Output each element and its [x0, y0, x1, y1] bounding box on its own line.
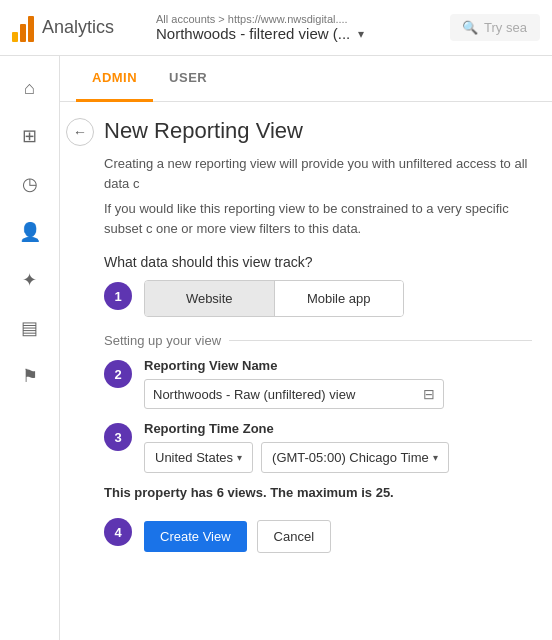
back-button[interactable]: ←: [66, 118, 94, 146]
search-placeholder: Try sea: [484, 20, 527, 35]
step-1-row: 1 Website Mobile app: [104, 280, 532, 317]
sidebar-item-reports[interactable]: ◷: [10, 164, 50, 204]
step-3-circle: 3: [104, 423, 132, 451]
search-icon: 🔍: [462, 20, 478, 35]
timezone-selects: United States ▾ (GMT-05:00) Chicago Time…: [144, 442, 532, 473]
form-area: New Reporting View Creating a new report…: [100, 102, 552, 640]
analytics-logo: [12, 14, 34, 42]
step-4-row: 4 Create View Cancel: [104, 516, 532, 553]
view-name-input[interactable]: [153, 387, 423, 402]
back-column: ←: [60, 102, 100, 640]
step-2-circle: 2: [104, 360, 132, 388]
main-layout: ⌂ ⊞ ◷ 👤 ✦ ▤ ⚑ ADMIN USER ← New Reporting…: [0, 56, 552, 640]
view-name-label: Reporting View Name: [144, 358, 532, 373]
action-row: Create View Cancel: [144, 520, 532, 553]
chevron-down-icon: ▾: [358, 27, 364, 41]
mobile-app-option[interactable]: Mobile app: [275, 281, 404, 316]
country-select[interactable]: United States ▾: [144, 442, 253, 473]
step-3-content: Reporting Time Zone United States ▾ (GMT…: [144, 421, 532, 473]
timezone-label: Reporting Time Zone: [144, 421, 532, 436]
question-label: What data should this view track?: [104, 254, 532, 270]
property-selector[interactable]: Northwoods - filtered view (... ▾: [156, 25, 450, 42]
step-3-row: 3 Reporting Time Zone United States ▾ (G…: [104, 421, 532, 473]
step-1-content: Website Mobile app: [144, 280, 532, 317]
country-value: United States: [155, 450, 233, 465]
step-1-circle: 1: [104, 282, 132, 310]
logo-bar-2: [20, 24, 26, 42]
sidebar-item-conversions[interactable]: ✦: [10, 260, 50, 300]
description-1: Creating a new reporting view will provi…: [104, 154, 532, 193]
tab-bar: ADMIN USER: [60, 56, 552, 102]
content-area: ← New Reporting View Creating a new repo…: [60, 102, 552, 640]
logo-area: Analytics: [12, 14, 152, 42]
tab-admin[interactable]: ADMIN: [76, 56, 153, 102]
main-content: ADMIN USER ← New Reporting View Creating…: [60, 56, 552, 640]
tab-user[interactable]: USER: [153, 56, 223, 102]
step-2-row: 2 Reporting View Name ⊟: [104, 358, 532, 409]
section-title: Setting up your view: [104, 333, 221, 348]
page-title: New Reporting View: [104, 118, 532, 144]
website-option[interactable]: Website: [145, 281, 275, 316]
logo-bar-3: [28, 16, 34, 42]
create-view-button[interactable]: Create View: [144, 521, 247, 552]
view-name-input-wrapper: ⊟: [144, 379, 444, 409]
timezone-select[interactable]: (GMT-05:00) Chicago Time ▾: [261, 442, 449, 473]
step-2-content: Reporting View Name ⊟: [144, 358, 532, 409]
property-info: All accounts > https://www.nwsdigital...…: [152, 13, 450, 42]
edit-icon: ⊟: [423, 386, 435, 402]
search-button[interactable]: 🔍 Try sea: [450, 14, 540, 41]
property-name: Northwoods - filtered view (...: [156, 25, 350, 42]
cancel-button[interactable]: Cancel: [257, 520, 331, 553]
sidebar-item-dashboard[interactable]: ⊞: [10, 116, 50, 156]
sidebar: ⌂ ⊞ ◷ 👤 ✦ ▤ ⚑: [0, 56, 60, 640]
sidebar-item-data[interactable]: ▤: [10, 308, 50, 348]
timezone-value: (GMT-05:00) Chicago Time: [272, 450, 429, 465]
description-2: If you would like this reporting view to…: [104, 199, 532, 238]
breadcrumb: All accounts > https://www.nwsdigital...…: [156, 13, 450, 25]
sidebar-item-users[interactable]: 👤: [10, 212, 50, 252]
sidebar-item-home[interactable]: ⌂: [10, 68, 50, 108]
country-caret-icon: ▾: [237, 452, 242, 463]
app-header: Analytics All accounts > https://www.nws…: [0, 0, 552, 56]
views-notice: This property has 6 views. The maximum i…: [104, 485, 532, 500]
divider-line: [229, 340, 532, 341]
sidebar-item-flags[interactable]: ⚑: [10, 356, 50, 396]
data-type-selector: Website Mobile app: [144, 280, 404, 317]
timezone-caret-icon: ▾: [433, 452, 438, 463]
logo-bar-1: [12, 32, 18, 42]
step-4-circle: 4: [104, 518, 132, 546]
section-divider: Setting up your view: [104, 333, 532, 348]
step-4-content: Create View Cancel: [144, 516, 532, 553]
app-title: Analytics: [42, 17, 114, 38]
